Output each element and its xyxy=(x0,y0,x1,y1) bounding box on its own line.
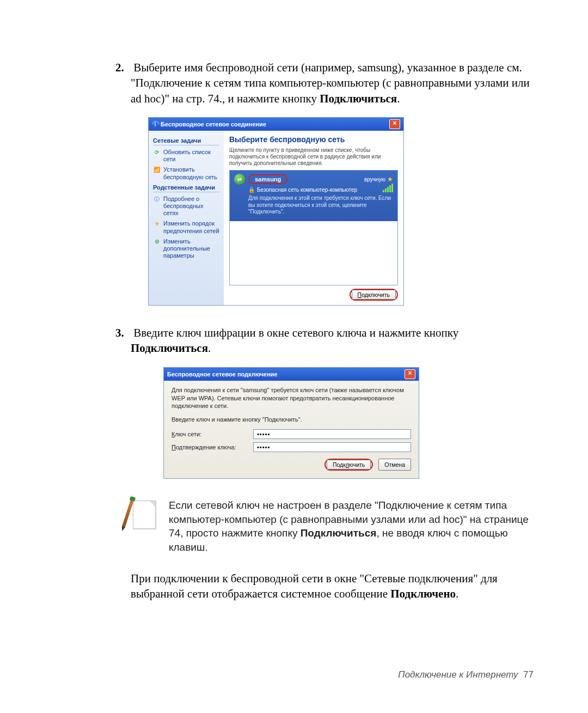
task-order-label: Изменить порядок предпочтения сетей xyxy=(163,220,219,234)
connect-highlight-2: Подключить xyxy=(324,459,373,471)
network-key-dialog: Беспроводное сетевое подключение × Для п… xyxy=(163,367,419,479)
label-network-key: Ключ сети: xyxy=(171,431,253,437)
task-setup-wireless[interactable]: 📶 Установить беспроводную сеть xyxy=(153,166,219,180)
window-titlebar: Беспроводное сетевое соединение × xyxy=(149,118,403,131)
step-3-number: 3. xyxy=(115,325,131,340)
step-3-bold: Подключиться xyxy=(131,342,208,355)
task-change-order[interactable]: ★ Изменить порядок предпочтения сетей xyxy=(153,220,219,234)
network-manual-label: вручную ★ xyxy=(364,175,393,183)
close-icon[interactable]: × xyxy=(405,369,415,379)
network-hint: Для подключения к этой сети требуется кл… xyxy=(248,195,393,216)
task-refresh-list[interactable]: ⟳ Обновить список сети xyxy=(153,149,219,163)
close-icon[interactable]: × xyxy=(389,119,400,129)
note-text: Если сетевой ключ не настроен в разделе … xyxy=(169,498,534,554)
input-network-key[interactable] xyxy=(253,429,411,439)
star-icon: ★ xyxy=(153,220,161,228)
antenna-icon xyxy=(152,121,158,127)
task-refresh-label: Обновить список сети xyxy=(163,149,219,163)
antenna-small-icon: 📶 xyxy=(153,166,161,174)
info-icon: ⓘ xyxy=(153,196,161,203)
closing-paragraph: При подключении к беспроводной сети в ок… xyxy=(131,571,534,602)
choose-network-title: Выберите беспроводную сеть xyxy=(229,135,398,144)
wireless-chooser-window: Беспроводное сетевое соединение × Сетевы… xyxy=(148,117,404,306)
dialog-titlebar: Беспроводное сетевое подключение × xyxy=(164,368,419,381)
network-secure-label: Безопасная сеть компьютер-компьютер xyxy=(257,187,357,193)
cancel-button[interactable]: Отмена xyxy=(378,459,411,471)
dialog-paragraph-2: Введите ключ и нажмите кнопку "Подключит… xyxy=(171,416,411,424)
task-advanced-settings[interactable]: ⚙ Изменить дополнительные параметры xyxy=(153,238,219,260)
refresh-icon: ⟳ xyxy=(153,149,161,156)
signal-strength-icon xyxy=(383,184,393,192)
input-confirm-key[interactable] xyxy=(253,442,411,452)
main-panel: Выберите беспроводную сеть Щелкните по п… xyxy=(224,131,403,305)
task-learn-more[interactable]: ⓘ Подробнее о беспроводных сетях xyxy=(153,196,219,217)
network-name: samsung xyxy=(248,174,287,184)
sidebar-header-network-tasks: Сетевые задачи xyxy=(153,137,219,145)
page-footer: Подключение к Интернету 77 xyxy=(398,669,534,680)
dialog-paragraph-1: Для подключения к сети "samsung" требует… xyxy=(171,386,411,411)
adhoc-network-icon: ⇄ xyxy=(234,174,245,185)
step-3-text: 3. Введите ключ шифрации в окне сетевого… xyxy=(131,325,534,356)
dialog-title: Беспроводное сетевое подключение xyxy=(167,371,278,377)
step-2-number: 2. xyxy=(115,60,131,75)
step-3-body-a: Введите ключ шифрации в окне сетевого кл… xyxy=(133,326,458,339)
sidebar-header-related-tasks: Родственные задачи xyxy=(153,184,219,192)
row-confirm-key: Подтверждение ключа: xyxy=(171,442,411,452)
label-confirm-key: Подтверждение ключа: xyxy=(171,444,253,450)
step-2-text: 2. Выберите имя беспроводной сети (напри… xyxy=(131,60,534,106)
footer-page-number: 77 xyxy=(523,669,534,680)
network-list: ⇄ samsung вручную ★ 🔒 Безопасная сеть ко… xyxy=(229,170,398,285)
task-learn-label: Подробнее о беспроводных сетях xyxy=(163,196,219,217)
step-3-body-b: . xyxy=(208,342,211,355)
footer-label: Подключение к Интернету xyxy=(398,669,518,680)
task-setup-label: Установить беспроводную сеть xyxy=(163,166,219,180)
connect-button-dialog[interactable]: Подключить xyxy=(327,460,371,470)
favorite-star-icon: ★ xyxy=(387,175,393,183)
choose-network-subtext: Щелкните по пункту в приведенном ниже сп… xyxy=(229,147,398,167)
network-item-samsung[interactable]: ⇄ samsung вручную ★ 🔒 Безопасная сеть ко… xyxy=(230,170,397,221)
gear-icon: ⚙ xyxy=(153,238,161,246)
note-block: Если сетевой ключ не настроен в разделе … xyxy=(131,498,534,554)
note-icon xyxy=(131,498,158,531)
row-network-key: Ключ сети: xyxy=(171,429,411,439)
step-2-body-b: . xyxy=(397,92,400,105)
connect-button[interactable]: Подключить xyxy=(352,290,396,300)
tasks-sidebar: Сетевые задачи ⟳ Обновить список сети 📶 … xyxy=(149,131,224,305)
step-2-bold: Подключиться xyxy=(320,92,397,105)
task-advanced-label: Изменить дополнительные параметры xyxy=(163,238,219,260)
lock-icon: 🔒 xyxy=(248,187,255,193)
connect-highlight: Подключить xyxy=(350,289,398,301)
window-title: Беспроводное сетевое соединение xyxy=(161,121,266,127)
